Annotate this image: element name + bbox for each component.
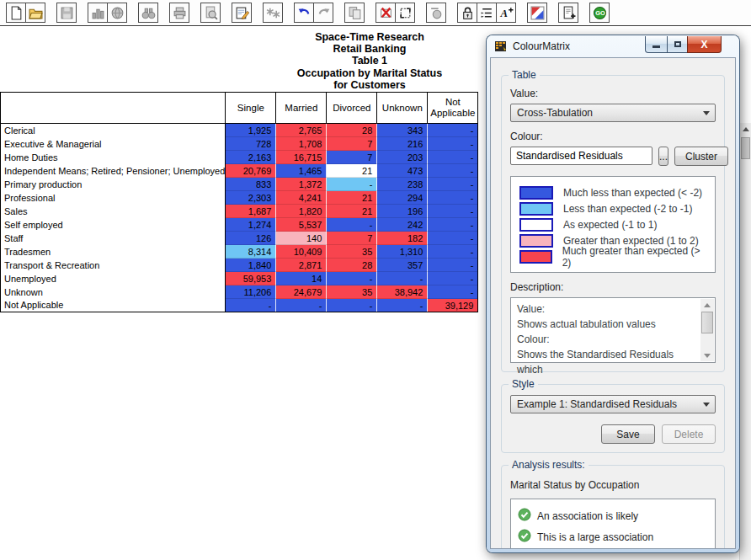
table-cell[interactable]: 35 <box>327 245 377 259</box>
table-cell[interactable]: 216 <box>377 137 428 151</box>
table-cell[interactable]: - <box>428 259 478 272</box>
table-cell[interactable]: 11,206 <box>226 285 276 299</box>
toolbar-go-button[interactable]: GO <box>589 3 610 23</box>
scroll-up-icon[interactable] <box>700 299 714 311</box>
table-cell[interactable]: - <box>428 245 478 259</box>
browse-button[interactable]: ... <box>658 147 668 166</box>
table-cell[interactable]: 2,871 <box>276 259 327 272</box>
toolbar-font-size-button[interactable]: A <box>496 3 516 23</box>
table-cell[interactable]: 1,708 <box>276 137 327 151</box>
table-cell[interactable]: 4,241 <box>276 191 327 205</box>
table-cell[interactable]: 14 <box>276 272 327 285</box>
table-cell[interactable]: - <box>327 218 377 232</box>
table-cell[interactable]: 1,840 <box>226 259 276 272</box>
column-header[interactable]: Not Applicable <box>428 93 478 124</box>
table-cell[interactable]: 196 <box>377 205 428 218</box>
table-cell[interactable]: 1,310 <box>377 245 428 259</box>
table-cell[interactable]: 38,942 <box>377 285 428 299</box>
table-cell[interactable]: 10,409 <box>276 245 327 259</box>
row-label[interactable]: Home Duties <box>1 151 226 164</box>
table-cell[interactable]: 203 <box>377 151 428 164</box>
column-header[interactable]: Married <box>276 93 327 124</box>
table-cell[interactable]: 343 <box>377 124 428 137</box>
table-cell[interactable]: - <box>226 299 276 312</box>
toolbar-edit-document-button[interactable] <box>232 3 252 23</box>
table-cell[interactable]: - <box>428 218 478 232</box>
column-header[interactable]: Unknown <box>377 93 428 124</box>
table-cell[interactable]: - <box>428 272 478 285</box>
row-label[interactable]: Transport & Recreation <box>1 259 226 272</box>
row-label[interactable]: Self employed <box>1 218 226 232</box>
table-cell[interactable]: 242 <box>377 218 428 232</box>
table-cell[interactable]: 7 <box>327 151 377 164</box>
toolbar-transpose-button[interactable] <box>395 3 415 23</box>
table-cell[interactable]: - <box>327 178 377 191</box>
table-cell[interactable]: 140 <box>276 232 327 245</box>
table-cell[interactable]: 59,953 <box>226 272 276 285</box>
table-cell[interactable]: 28 <box>327 124 377 137</box>
table-cell[interactable]: 35 <box>327 285 377 299</box>
table-cell[interactable]: - <box>327 299 377 312</box>
style-combobox[interactable]: Example 1: Standardised Residuals <box>510 395 716 413</box>
table-cell[interactable]: - <box>428 137 478 151</box>
minimize-button[interactable] <box>645 36 668 53</box>
table-cell[interactable]: 1,820 <box>276 205 327 218</box>
row-label[interactable]: Executive & Managerial <box>1 137 226 151</box>
toolbar-open-folder-button[interactable] <box>25 3 45 23</box>
row-label[interactable]: Sales <box>1 205 226 218</box>
table-cell[interactable]: 7 <box>327 137 377 151</box>
toolbar-colourmatrix-button[interactable] <box>527 3 547 23</box>
table-cell[interactable]: - <box>428 285 478 299</box>
toolbar-delete-table-button[interactable] <box>376 3 396 23</box>
toolbar-add-view-button[interactable] <box>558 3 578 23</box>
table-cell[interactable]: - <box>327 272 377 285</box>
table-cell[interactable]: 1,925 <box>226 124 276 137</box>
scrollbar-thumb[interactable] <box>741 137 750 159</box>
table-cell[interactable]: 833 <box>226 178 276 191</box>
table-cell[interactable]: 2,765 <box>276 124 327 137</box>
column-header[interactable]: Divorced <box>327 93 377 124</box>
colour-input[interactable] <box>510 147 652 165</box>
row-label[interactable]: Independent Means; Retired; Pensioner; U… <box>1 164 226 178</box>
table-cell[interactable]: 1,274 <box>226 218 276 232</box>
value-combobox[interactable]: Cross-Tabulation <box>510 104 716 122</box>
table-cell[interactable]: - <box>428 191 478 205</box>
table-cell[interactable]: 21 <box>327 164 377 178</box>
scrollbar-thumb[interactable] <box>701 312 713 333</box>
table-cell[interactable]: 1,372 <box>276 178 327 191</box>
table-cell[interactable]: 5,537 <box>276 218 327 232</box>
close-button[interactable]: X <box>687 36 722 53</box>
scroll-down-icon[interactable] <box>700 349 714 361</box>
main-vertical-scrollbar[interactable] <box>739 123 751 560</box>
table-cell[interactable]: 2,303 <box>226 191 276 205</box>
row-label[interactable]: Unemployed <box>1 272 226 285</box>
table-cell[interactable]: 126 <box>226 232 276 245</box>
table-cell[interactable]: 182 <box>377 232 428 245</box>
row-label[interactable]: Tradesmen <box>1 245 226 259</box>
table-cell[interactable]: 21 <box>327 205 377 218</box>
table-cell[interactable]: - <box>276 299 327 312</box>
table-cell[interactable]: 238 <box>377 178 428 191</box>
table-cell[interactable]: 357 <box>377 259 428 272</box>
row-label[interactable]: Staff <box>1 232 226 245</box>
table-cell[interactable]: 21 <box>327 191 377 205</box>
description-scrollbar[interactable] <box>700 299 714 361</box>
table-cell[interactable]: - <box>428 205 478 218</box>
table-cell[interactable]: - <box>428 151 478 164</box>
scroll-up-icon[interactable] <box>740 123 751 136</box>
table-cell[interactable]: 7 <box>327 232 377 245</box>
toolbar-new-document-button[interactable] <box>6 3 26 23</box>
cluster-button[interactable]: Cluster <box>674 147 728 166</box>
table-cell[interactable]: - <box>428 232 478 245</box>
table-cell[interactable]: 294 <box>377 191 428 205</box>
table-cell[interactable]: 20,769 <box>226 164 276 178</box>
toolbar-outline-button[interactable] <box>477 3 497 23</box>
row-label[interactable]: Unknown <box>1 285 226 299</box>
table-cell[interactable]: - <box>377 299 428 312</box>
row-label[interactable]: Professional <box>1 191 226 205</box>
maximize-button[interactable] <box>667 36 688 53</box>
table-cell[interactable]: 16,715 <box>276 151 327 164</box>
table-cell[interactable]: 39,129 <box>428 299 478 312</box>
table-cell[interactable]: 2,163 <box>226 151 276 164</box>
table-cell[interactable]: 728 <box>226 137 276 151</box>
